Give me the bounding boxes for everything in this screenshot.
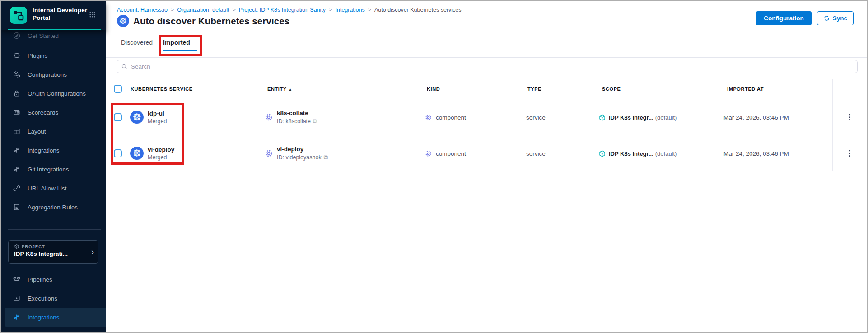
sidebar-item-label: Scorecards	[28, 109, 58, 116]
sidebar-item-label: Aggregation Rules	[28, 204, 78, 211]
type-value: service	[526, 114, 546, 121]
scope-cube-icon	[598, 150, 606, 157]
sidebar-item-aggregation-rules[interactable]: Aggregation Rules	[1, 198, 106, 217]
branch-sign-icon	[13, 146, 21, 154]
sidebar-item-label: OAuth Configurations	[28, 90, 86, 97]
sync-button[interactable]: Sync	[817, 11, 854, 25]
table-header: KUBERNETES SERVICE ENTITY▲ KIND TYPE SCO…	[106, 79, 867, 99]
configuration-button[interactable]: Configuration	[756, 11, 811, 25]
layout-icon	[13, 127, 21, 135]
sidebar-item-label: Layout	[28, 128, 46, 135]
breadcrumb-integrations[interactable]: Integrations	[335, 7, 364, 13]
sidebar-nav: Get Started Plugins Configurations OAu	[1, 30, 106, 217]
column-header-imported-at[interactable]: IMPORTED AT	[727, 79, 764, 99]
puzzle-icon	[13, 51, 21, 60]
search-input[interactable]	[131, 63, 853, 70]
scorecard-icon	[13, 108, 21, 116]
sidebar-item-layout[interactable]: Layout	[1, 122, 106, 141]
main-content: Account: Harness.io > Organization: defa…	[106, 1, 867, 332]
sidebar-item-integrations[interactable]: Integrations	[1, 141, 106, 160]
sidebar-item-label: Configurations	[28, 71, 67, 78]
sidebar-item-pipelines[interactable]: Pipelines	[1, 270, 106, 289]
row-checkbox[interactable]	[114, 149, 122, 157]
breadcrumb-separator: >	[329, 7, 332, 13]
brand-line2: Portal	[33, 14, 87, 22]
breadcrumb-organization[interactable]: Organization: default	[177, 7, 229, 13]
document-rules-icon	[13, 203, 21, 211]
copy-icon[interactable]: ⧉	[324, 154, 328, 161]
copy-icon[interactable]: ⧉	[313, 118, 317, 125]
scope-name: IDP K8s Integr...	[609, 114, 653, 121]
sidebar-item-git-integrations[interactable]: Git Integrations	[1, 160, 106, 179]
sync-label: Sync	[833, 15, 847, 22]
sidebar-item-get-started[interactable]: Get Started	[1, 30, 106, 46]
page-title: Auto discover Kubernetes services	[133, 16, 289, 27]
sidebar: Internal Developer Portal Get Started	[1, 1, 106, 332]
kind-value: component	[436, 150, 466, 157]
breadcrumb-separator: >	[171, 7, 174, 13]
gears-icon	[13, 70, 21, 79]
row-menu-kebab-icon[interactable]: ⋮	[845, 150, 854, 157]
chevron-right-icon: ›	[91, 247, 94, 257]
column-header-kubernetes-service[interactable]: KUBERNETES SERVICE	[131, 79, 193, 99]
project-selector[interactable]: PROJECT IDP K8s Integrati... ›	[8, 240, 98, 264]
tabbar-divider	[106, 57, 867, 58]
kubernetes-service-icon: ☸	[130, 147, 144, 160]
sidebar-header: Internal Developer Portal	[1, 1, 106, 30]
sidebar-item-scorecards[interactable]: Scorecards	[1, 103, 106, 122]
sidebar-item-label: URL Allow List	[28, 185, 67, 192]
branch-sign-icon	[13, 165, 21, 173]
column-header-scope[interactable]: SCOPE	[602, 79, 621, 99]
service-name: idp-ui	[148, 110, 167, 117]
sidebar-bottom-nav: Pipelines Executions Integrations	[1, 270, 106, 327]
entity-name[interactable]: vi-deploy	[277, 146, 328, 153]
play-box-icon	[13, 294, 21, 302]
sidebar-item-executions[interactable]: Executions	[1, 289, 106, 308]
sidebar-item-label: Get Started	[28, 32, 59, 39]
breadcrumb-project[interactable]: Project: IDP K8s Integration Sanity	[239, 7, 326, 13]
cube-icon	[14, 244, 19, 249]
app-window: Internal Developer Portal Get Started	[0, 0, 868, 333]
scope-cube-icon	[598, 114, 606, 121]
module-grid-icon[interactable]	[89, 12, 95, 18]
active-tab-indicator	[163, 50, 197, 51]
tab-bar: Discovered Imported	[121, 35, 191, 50]
entity-name[interactable]: k8s-collate	[277, 110, 317, 116]
select-all-checkbox[interactable]	[114, 85, 122, 93]
sidebar-item-configurations[interactable]: Configurations	[1, 65, 106, 84]
branch-sign-icon	[13, 313, 21, 321]
entity-id: ID: k8scollate	[277, 118, 311, 125]
row-checkbox[interactable]	[114, 113, 122, 121]
imported-at-value: Mar 24, 2026, 03:46 PM	[723, 150, 789, 157]
harness-idp-logo[interactable]	[10, 7, 27, 24]
column-header-kind[interactable]: KIND	[427, 79, 440, 99]
sidebar-item-plugins[interactable]: Plugins	[1, 46, 106, 65]
imported-at-value: Mar 24, 2026, 03:46 PM	[723, 114, 789, 121]
breadcrumb-current: Auto discover Kubernetes services	[374, 7, 461, 13]
project-name: IDP K8s Integrati...	[14, 250, 86, 257]
project-label: PROJECT	[22, 244, 45, 249]
sidebar-item-label: Git Integrations	[28, 166, 69, 173]
column-header-entity[interactable]: ENTITY▲	[267, 79, 292, 99]
breadcrumb: Account: Harness.io > Organization: defa…	[117, 7, 462, 13]
breadcrumb-account[interactable]: Account: Harness.io	[117, 7, 168, 13]
sidebar-item-integrations-active[interactable]: Integrations	[5, 308, 106, 327]
row-menu-kebab-icon[interactable]: ⋮	[845, 114, 854, 120]
link-icon	[13, 184, 21, 192]
tab-discovered[interactable]: Discovered	[121, 35, 153, 50]
sidebar-item-label: Pipelines	[28, 276, 52, 283]
sidebar-item-oauth-configurations[interactable]: OAuth Configurations	[1, 84, 106, 103]
table-row[interactable]: ☸ vi-deploy Merged vi-deploy ID: videplo…	[106, 135, 867, 171]
table-row[interactable]: ☸ idp-ui Merged k8s-collate ID: k8scolla…	[106, 99, 867, 135]
entity-gear-icon	[264, 113, 273, 122]
page-header: ☸ Auto discover Kubernetes services	[117, 15, 289, 27]
sidebar-item-label: Executions	[28, 295, 57, 302]
column-header-type[interactable]: TYPE	[527, 79, 541, 99]
search-bar[interactable]	[117, 60, 858, 73]
kind-value: component	[436, 114, 466, 121]
service-status: Merged	[148, 118, 167, 125]
brand-title: Internal Developer Portal	[33, 6, 87, 22]
scope-suffix: (default)	[655, 114, 677, 121]
tab-imported[interactable]: Imported	[163, 35, 191, 50]
sidebar-item-url-allow-list[interactable]: URL Allow List	[1, 179, 106, 198]
